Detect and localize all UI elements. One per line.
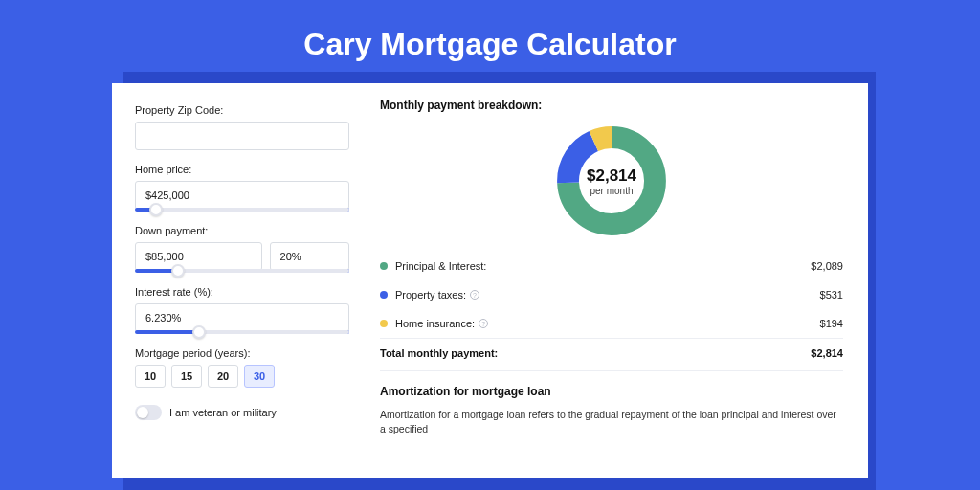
dot-icon [380, 291, 388, 299]
donut-chart: $2,814 per month [380, 123, 843, 238]
legend-insurance-value: $194 [820, 318, 843, 329]
total-value: $2,814 [811, 347, 843, 359]
donut-total-value: $2,814 [587, 167, 636, 186]
home-price-slider[interactable] [135, 208, 349, 212]
period-20-button[interactable]: 20 [208, 365, 238, 388]
legend-principal-label: Principal & Interest: [395, 260, 486, 272]
legend-row-taxes: Property taxes: ? $531 [380, 280, 843, 309]
down-payment-slider-thumb[interactable] [171, 264, 185, 278]
veteran-label: I am veteran or military [169, 407, 277, 418]
legend-row-insurance: Home insurance: ? $194 [380, 309, 843, 338]
interest-group: Interest rate (%): [135, 286, 349, 334]
info-icon[interactable]: ? [470, 290, 479, 300]
info-icon[interactable]: ? [479, 319, 488, 328]
breakdown-panel: Monthly payment breakdown: $2,814 per mo… [368, 83, 868, 478]
period-group: Mortgage period (years): 10 15 20 30 [135, 347, 349, 388]
home-price-input[interactable] [135, 181, 349, 210]
period-15-button[interactable]: 15 [171, 365, 202, 388]
amortization-text: Amortization for a mortgage loan refers … [380, 408, 843, 436]
amortization-section: Amortization for mortgage loan Amortizat… [380, 370, 843, 436]
veteran-row: I am veteran or military [135, 405, 349, 420]
down-payment-input[interactable] [135, 242, 262, 271]
period-30-button[interactable]: 30 [244, 365, 275, 388]
form-panel: Property Zip Code: Home price: Down paym… [112, 83, 368, 478]
down-payment-slider[interactable] [135, 269, 349, 273]
interest-slider-thumb[interactable] [192, 325, 206, 339]
dot-icon [380, 262, 388, 270]
legend-principal-value: $2,089 [811, 260, 843, 272]
interest-label: Interest rate (%): [135, 286, 349, 298]
page-title: Cary Mortgage Calculator [0, 0, 980, 83]
zip-input[interactable] [135, 122, 349, 150]
interest-slider[interactable] [135, 330, 349, 334]
breakdown-title: Monthly payment breakdown: [380, 99, 843, 112]
veteran-toggle[interactable] [135, 405, 162, 420]
legend-taxes-value: $531 [820, 289, 843, 301]
period-10-button[interactable]: 10 [135, 365, 166, 388]
amortization-title: Amortization for mortgage loan [380, 385, 843, 398]
donut-total-sub: per month [590, 186, 633, 196]
down-payment-label: Down payment: [135, 225, 349, 236]
legend-row-principal: Principal & Interest: $2,089 [380, 252, 843, 280]
legend-taxes-label: Property taxes: [395, 289, 466, 301]
donut-center: $2,814 per month [554, 123, 669, 238]
home-price-label: Home price: [135, 164, 349, 175]
card-body: Property Zip Code: Home price: Down paym… [112, 83, 868, 478]
legend-insurance-label: Home insurance: [395, 318, 475, 329]
home-price-group: Home price: [135, 164, 349, 212]
home-price-slider-thumb[interactable] [149, 203, 163, 216]
period-label: Mortgage period (years): [135, 347, 349, 359]
interest-input[interactable] [135, 303, 349, 332]
total-label: Total monthly payment: [380, 347, 811, 359]
zip-label: Property Zip Code: [135, 104, 349, 116]
down-payment-group: Down payment: [135, 225, 349, 273]
legend: Principal & Interest: $2,089 Property ta… [380, 252, 843, 339]
total-row: Total monthly payment: $2,814 [380, 339, 843, 370]
calculator-card: Property Zip Code: Home price: Down paym… [112, 83, 868, 478]
dot-icon [380, 320, 388, 327]
zip-group: Property Zip Code: [135, 104, 349, 150]
down-payment-pct-input[interactable] [270, 242, 349, 271]
period-buttons: 10 15 20 30 [135, 365, 349, 388]
